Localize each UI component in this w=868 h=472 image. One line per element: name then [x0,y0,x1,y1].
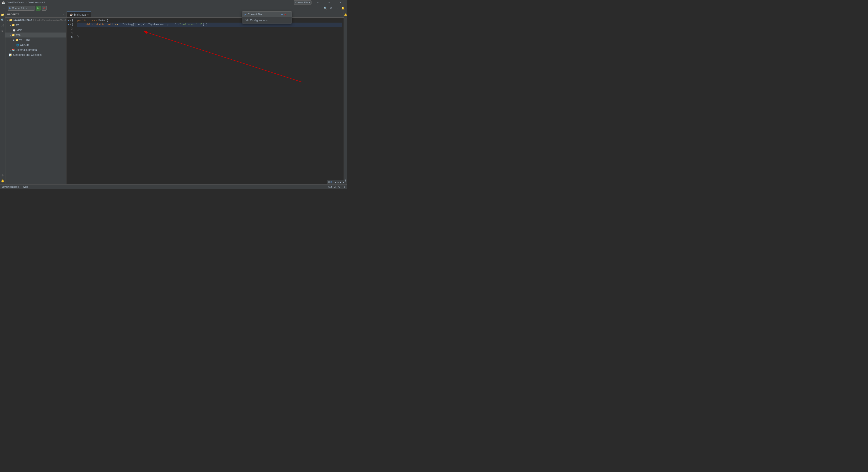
activity-settings-icon[interactable]: ⚙ [0,173,5,178]
status-bar: JavaWebDemo › web 5:2 LF UTF-8 [0,184,347,189]
sidebar-item-ext-libs[interactable]: ▶ 📚 External Libraries [5,47,66,53]
sidebar-web-xml-label: web.xml [20,43,30,46]
dropdown-item-current-file[interactable]: ▶ Current File ▶ 🐞 ⋮ [242,11,291,18]
root-arrow-icon: ▾ [6,19,9,22]
code-line-5: } [77,35,342,39]
sidebar-ext-libs-label: External Libraries [16,48,37,52]
editor-area: ☕ Main.java ✕ ▶ ◆ 1 ▶ ◆ 2 3 4 [66,11,344,184]
status-lf-label: LF [334,186,337,188]
activity-notifications-icon[interactable]: 🔔 [0,178,5,183]
web-folder-icon: 📁 [12,33,15,37]
root-folder-icon: 📁 [9,19,12,22]
tab-label: Main.java [74,13,86,16]
maximize-button[interactable]: □ [324,0,334,5]
editor-tab-main[interactable]: ☕ Main.java ✕ [67,11,91,18]
sidebar-web-inf-label: WEB-INF [19,38,31,41]
status-position[interactable]: 5:2 [329,186,332,188]
sidebar-src-label: src [16,24,19,27]
line-numbers: ▶ ◆ 1 ▶ ◆ 2 3 4 5 [66,18,75,184]
status-position-label: 5:2 [329,186,332,188]
ext-libs-arrow-icon: ▶ [9,48,12,51]
sidebar-content: ▾ 📁 JavaWebDemo F:\codes\Java\demo\JavaW… [5,18,66,184]
code-line-4 [77,31,342,35]
sidebar-scratches-label: Scratches and Consoles [13,53,42,57]
sidebar-item-scratches[interactable]: 📝 Scratches and Consoles [5,53,66,57]
debug-button[interactable]: 🐞 [41,6,46,11]
dropdown-item-edit-configurations[interactable]: Edit Configurations... [242,18,291,23]
web-arrow-icon: ▾ [9,34,12,36]
status-charset-label: UTF-8 [338,186,345,188]
titlebar-run-config-label: Current File [295,1,308,4]
right-notifications-icon[interactable]: 🔔 [343,12,347,17]
sidebar-main-label: Main [17,29,22,32]
status-root-label: JavaWebDemo [2,186,19,188]
sidebar-item-web[interactable]: ▾ 📁 web [5,33,66,37]
code-content[interactable]: public class Main { public static void m… [75,18,344,184]
src-folder-icon: 📁 [12,24,15,27]
sidebar-header-chevron: ▾ [63,13,64,15]
src-arrow-icon: ▶ [9,24,12,26]
web-inf-folder-icon: 📁 [16,38,19,41]
sidebar: Project ▾ ▾ 📁 JavaWebDemo F:\codes\Java\… [5,11,66,184]
sidebar-web-label: web [16,33,21,37]
dropdown-run-btn[interactable]: ▶ [281,13,283,15]
run-config-bar: ☰ ▶ Current File ▾ ▶ 🐞 ⋮ 🔍 ⚙ ↕ 🔔 [0,5,347,11]
ime-label: 大 [328,180,330,183]
run-config-name: Current File [12,7,25,9]
status-charset[interactable]: UTF-8 [338,186,345,188]
status-line-ending[interactable]: LF [334,186,337,188]
status-separator: › [21,186,22,188]
activity-vcs-icon[interactable]: ⎇ [0,23,5,28]
titlebar-run-config[interactable]: Current File ▾ [293,0,311,4]
sidebar-root-path: F:\codes\Java\demo\JavaWebDemo [33,19,66,22]
hamburger-menu-button[interactable]: ☰ [2,6,7,11]
sidebar-item-root[interactable]: ▾ 📁 JavaWebDemo F:\codes\Java\demo\JavaW… [5,18,66,23]
dropdown-debug-btn[interactable]: 🐞 [284,13,286,15]
editor-tabs: ☕ Main.java ✕ [66,11,344,18]
notification-button[interactable]: 🔔 [340,6,345,11]
run-config-chevron: ▾ [26,7,27,9]
activity-run-icon[interactable]: ▶ [0,29,5,33]
sidebar-item-web-inf[interactable]: ▶ 📁 WEB-INF [5,37,66,42]
search-everywhere-button[interactable]: 🔍 [323,6,328,11]
app-icon: ☕ [2,1,5,4]
more-run-options-button[interactable]: ⋮ [48,6,53,11]
ime-brand: S [331,181,332,183]
project-name: JavaWebDemo [7,1,24,4]
titlebar: ☕ JavaWebDemo › Version control Current … [0,0,347,5]
close-button[interactable]: ✕ [335,0,345,5]
sidebar-item-main[interactable]: ☕ Main [5,28,66,33]
main-layout: 📁 🔍 ⎇ ▶ ⚙ 🔔 Project ▾ ▾ 📁 JavaWebDemo F:… [0,11,347,184]
activity-search-icon[interactable]: 🔍 [0,18,5,23]
minimize-button[interactable]: ─ [312,0,323,5]
code-line-3 [77,27,342,31]
tab-java-icon: ☕ [70,13,73,16]
titlebar-run-config-chevron: ▾ [309,1,310,3]
status-folder-label: web [23,186,28,188]
dropdown-edit-config-label: Edit Configurations... [245,19,270,22]
ime-toolbar: 大 S · ; ● ◇ ▲ ★ [327,180,345,184]
version-control-label[interactable]: Version control [29,1,45,4]
code-line-2: public static void main(String[] args) {… [77,23,342,27]
dropdown-current-file-label: Current File [248,13,262,16]
vcs-updates-button[interactable]: ↕ [335,6,340,11]
sidebar-header-text: Project [7,13,63,16]
version-control-separator: › [26,1,27,4]
web-xml-icon: 🌐 [16,43,20,46]
status-project-root[interactable]: JavaWebDemo [2,186,19,188]
run-config-dropdown-menu: ▶ Current File ▶ 🐞 ⋮ Edit Configurations… [242,11,292,24]
sidebar-item-src[interactable]: ▶ 📁 src [5,23,66,28]
sidebar-item-web-xml[interactable]: 🌐 web.xml [5,42,66,47]
ext-libs-icon: 📚 [12,48,15,52]
sidebar-root-label: JavaWebDemo [13,19,32,22]
activity-project-icon[interactable]: 📁 [0,12,5,17]
tab-close-button[interactable]: ✕ [87,13,89,16]
settings-button[interactable]: ⚙ [329,6,334,11]
code-area[interactable]: ▶ ◆ 1 ▶ ◆ 2 3 4 5 public class Main { [66,18,344,184]
status-current-folder[interactable]: web [23,186,28,188]
run-button[interactable]: ▶ [36,6,41,11]
run-config-dropdown-button[interactable]: ▶ Current File ▾ [8,6,35,11]
main-java-icon: ☕ [13,29,16,32]
activity-bar: 📁 🔍 ⎇ ▶ ⚙ 🔔 [0,11,5,184]
dropdown-more-btn[interactable]: ⋮ [287,13,289,15]
